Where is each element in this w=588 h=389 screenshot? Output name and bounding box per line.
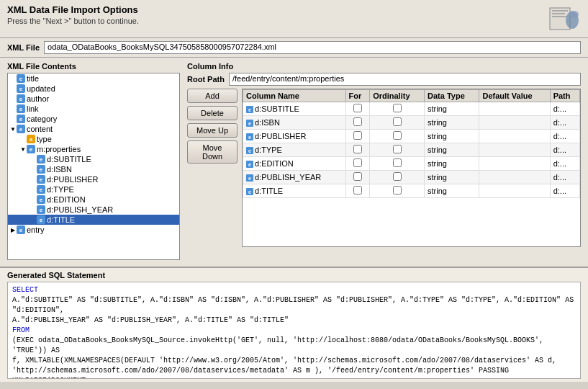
tree-node-dpublisher[interactable]: ed:PUBLISHER	[8, 174, 179, 184]
column-area: Add Delete Move Up Move Down Column Name…	[187, 89, 581, 247]
tree-node-mproperties[interactable]: ▼em:properties	[8, 144, 179, 154]
tree-node-disbn[interactable]: ed:ISBN	[8, 164, 179, 174]
node-label-dtype: d:TYPE	[47, 185, 74, 194]
table-row[interactable]: ed:PUBLISH_YEARstringd:...	[243, 171, 580, 184]
table-row[interactable]: ed:TYPEstringd:...	[243, 143, 580, 157]
checkbox-for[interactable]	[353, 158, 362, 167]
cell-ordinality[interactable]	[370, 184, 425, 198]
element-icon: e	[17, 104, 25, 113]
element-icon: e	[37, 185, 45, 194]
expand-arrow-mproperties[interactable]: ▼	[19, 146, 27, 153]
expand-arrow-author	[9, 95, 17, 102]
node-label-author: author	[27, 94, 49, 103]
cell-ordinality[interactable]	[370, 157, 425, 171]
cell-datatype: string	[425, 157, 479, 171]
table-header-row: Column Name For Ordinality Data Type Def…	[243, 90, 580, 102]
cell-for[interactable]	[345, 102, 370, 116]
col-header-for: For	[345, 90, 370, 102]
element-icon: e	[17, 125, 25, 133]
cell-ordinality[interactable]	[370, 171, 425, 184]
cell-for[interactable]	[345, 171, 370, 184]
move-down-button[interactable]: Move Down	[187, 140, 238, 164]
cell-for[interactable]	[345, 116, 370, 130]
page-subtitle: Press the "Next >" button to continue.	[7, 17, 139, 25]
tree-node-dtitle[interactable]: ed:TITLE	[8, 215, 179, 225]
checkbox-for[interactable]	[353, 131, 362, 140]
attribute-icon: a	[27, 135, 35, 143]
table-row[interactable]: ed:PUBLISHERstringd:...	[243, 130, 580, 143]
cell-ordinality[interactable]	[370, 130, 425, 143]
cell-name: ed:ISBN	[243, 116, 346, 130]
checkbox-for[interactable]	[353, 186, 362, 194]
checkbox-ordinality[interactable]	[393, 145, 402, 153]
checkbox-for[interactable]	[353, 104, 362, 112]
cell-for[interactable]	[345, 130, 370, 143]
node-label-dedition: d:EDITION	[47, 195, 86, 204]
cell-ordinality[interactable]	[370, 116, 425, 130]
checkbox-for[interactable]	[353, 145, 362, 153]
expand-arrow-dpublisher	[30, 176, 37, 183]
cell-default-value	[479, 102, 550, 116]
node-label-type: type	[37, 135, 52, 143]
cell-datatype: string	[425, 130, 479, 143]
cell-path: d:...	[550, 143, 579, 157]
cell-default-value	[479, 184, 550, 198]
table-row[interactable]: ed:ISBNstringd:...	[243, 116, 580, 130]
tree-node-dpublishyear[interactable]: ed:PUBLISH_YEAR	[8, 205, 179, 215]
cell-path: d:...	[550, 184, 579, 198]
checkbox-ordinality[interactable]	[393, 104, 402, 112]
cell-for[interactable]	[345, 157, 370, 171]
tree-node-updated[interactable]: eupdated	[8, 84, 179, 94]
checkbox-ordinality[interactable]	[393, 172, 402, 181]
cell-default-value	[479, 171, 550, 184]
tree-node-link[interactable]: elink	[8, 104, 179, 114]
column-table-container: Column Name For Ordinality Data Type Def…	[242, 89, 581, 247]
table-row[interactable]: ed:EDITIONstringd:...	[243, 157, 580, 171]
checkbox-ordinality[interactable]	[393, 186, 402, 194]
tree-node-dedition[interactable]: ed:EDITION	[8, 194, 179, 205]
xml-tree[interactable]: etitleeupdatedeauthorelinkecategory▼econ…	[7, 73, 180, 260]
right-panel: Column Info Root Path /feed/entry/conten…	[187, 62, 581, 262]
checkbox-for[interactable]	[353, 172, 362, 181]
row-icon: e	[246, 161, 253, 168]
sql-content[interactable]: SELECT A."d:SUBTITLE" AS "d:SUBTITLE", A…	[7, 282, 581, 379]
checkbox-ordinality[interactable]	[393, 117, 402, 126]
cell-ordinality[interactable]	[370, 102, 425, 116]
node-label-title: title	[27, 74, 39, 83]
cell-for[interactable]	[345, 184, 370, 198]
expand-arrow-content[interactable]: ▼	[9, 125, 17, 133]
tree-node-dtype[interactable]: ed:TYPE	[8, 184, 179, 194]
table-row[interactable]: ed:TITLEstringd:...	[243, 184, 580, 198]
tree-node-type[interactable]: atype	[8, 134, 179, 144]
cell-name: ed:TYPE	[243, 143, 346, 157]
tree-node-entry[interactable]: ▶eentry	[8, 225, 179, 235]
main-content: XML File Contents etitleeupdatedeauthore…	[0, 58, 588, 267]
checkbox-for[interactable]	[353, 117, 362, 126]
xml-file-value: odata_ODataBooks_BooksMySQL3475058580009…	[44, 41, 581, 54]
delete-button[interactable]: Delete	[187, 106, 238, 120]
move-up-button[interactable]: Move Up	[187, 123, 238, 138]
element-icon: e	[27, 145, 35, 153]
checkbox-ordinality[interactable]	[393, 158, 402, 167]
col-header-path: Path	[550, 90, 579, 102]
row-icon: e	[246, 120, 253, 127]
tree-node-content[interactable]: ▼econtent	[8, 124, 179, 134]
root-path-input[interactable]: /feed/entry/content/m:properties	[229, 73, 581, 86]
tree-node-category[interactable]: ecategory	[8, 114, 179, 124]
tree-node-dsubtitle[interactable]: ed:SUBTITLE	[8, 154, 179, 164]
checkbox-ordinality[interactable]	[393, 131, 402, 140]
cell-for[interactable]	[345, 143, 370, 157]
expand-arrow-disbn	[30, 166, 37, 173]
tree-node-author[interactable]: eauthor	[8, 94, 179, 104]
expand-arrow-updated	[9, 85, 17, 92]
cell-default-value	[479, 116, 550, 130]
left-panel-title: XML File Contents	[7, 62, 180, 71]
cell-ordinality[interactable]	[370, 143, 425, 157]
element-icon: e	[37, 195, 45, 204]
tree-node-title[interactable]: etitle	[8, 73, 179, 84]
expand-arrow-entry[interactable]: ▶	[9, 226, 17, 233]
table-row[interactable]: ed:SUBTITLEstringd:...	[243, 102, 580, 116]
column-table: Column Name For Ordinality Data Type Def…	[243, 89, 580, 198]
add-button[interactable]: Add	[187, 89, 238, 103]
node-label-link: link	[27, 104, 39, 113]
